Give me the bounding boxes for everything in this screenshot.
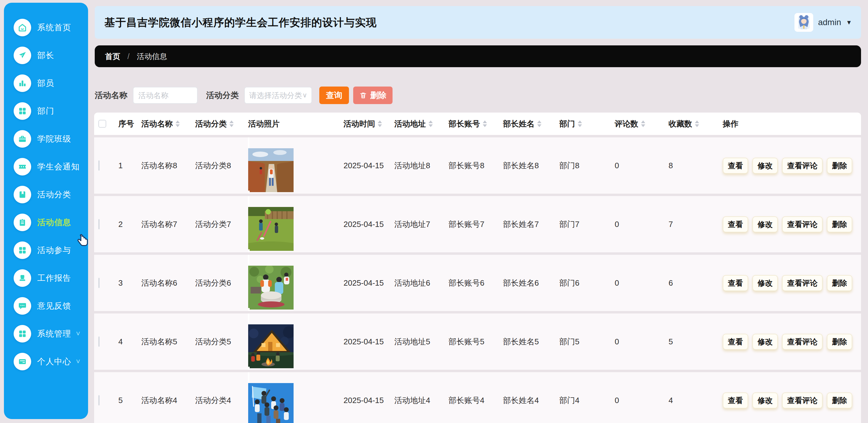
- col-favorites: 收藏数: [669, 119, 692, 129]
- col-activity-photo: 活动照片: [248, 119, 280, 129]
- edit-button[interactable]: 修改: [752, 158, 778, 174]
- activity-photo[interactable]: [248, 207, 343, 251]
- sidebar-item-member[interactable]: 部员: [4, 69, 88, 97]
- filter-bar: 活动名称 活动分类 请选择活动分类 ∨ 查询 删除: [95, 86, 861, 104]
- sidebar-item-label: 意见反馈: [37, 300, 71, 311]
- activity-name-input[interactable]: [133, 87, 198, 104]
- cell-activity-address: 活动地址4: [394, 395, 448, 406]
- activity-photo[interactable]: [248, 148, 343, 192]
- sort-icon[interactable]: [429, 121, 433, 127]
- activity-info-admin-page: { "header": { "title": "基于昌吉学院微信小程序的学生会工…: [0, 0, 868, 423]
- edit-button[interactable]: 修改: [752, 334, 778, 350]
- chevron-down-icon[interactable]: ˅: [76, 357, 80, 366]
- sidebar-item-feedback[interactable]: 意见反馈: [4, 292, 88, 320]
- view-button[interactable]: 查看: [723, 216, 748, 232]
- cell-activity-name: 活动名称6: [141, 278, 195, 288]
- sidebar-item-minister[interactable]: 部长: [4, 41, 88, 69]
- edit-button[interactable]: 修改: [752, 275, 778, 291]
- sidebar-item-label: 活动参与: [37, 245, 71, 256]
- sidebar-item-department[interactable]: 部门: [4, 97, 88, 125]
- sidebar-item-personal-center[interactable]: 个人中心 ˅: [4, 348, 88, 376]
- activity-name-label: 活动名称: [95, 90, 127, 101]
- sort-icon[interactable]: [378, 121, 382, 127]
- view-comments-button[interactable]: 查看评论: [782, 216, 823, 232]
- sidebar-item-activity-participation[interactable]: 活动参与: [4, 236, 88, 264]
- cell-index: 1: [118, 161, 141, 170]
- activity-category-select[interactable]: 请选择活动分类 ∨: [244, 87, 312, 104]
- sidebar-item-label: 部门: [37, 106, 54, 117]
- select-all-checkbox[interactable]: [98, 120, 106, 128]
- view-button[interactable]: 查看: [723, 275, 748, 291]
- sort-icon[interactable]: [641, 121, 645, 127]
- view-button[interactable]: 查看: [723, 392, 748, 409]
- cell-leader-account: 部长账号7: [448, 219, 503, 230]
- sort-icon[interactable]: [578, 121, 582, 127]
- sidebar-item-system-home[interactable]: 系统首页: [4, 13, 88, 41]
- sidebar-item-activity-category[interactable]: 活动分类: [4, 181, 88, 208]
- book-icon: [13, 186, 31, 203]
- edit-button[interactable]: 修改: [752, 216, 778, 232]
- activity-photo[interactable]: [248, 324, 343, 368]
- col-actions: 操作: [723, 119, 739, 129]
- delete-button[interactable]: 删除: [827, 158, 852, 174]
- breadcrumb-separator: /: [127, 52, 129, 61]
- row-checkbox[interactable]: [98, 278, 100, 288]
- cell-favorites: 5: [669, 337, 723, 347]
- cell-activity-time: 2025-04-15: [343, 337, 394, 347]
- view-comments-button[interactable]: 查看评论: [782, 158, 823, 174]
- view-comments-button[interactable]: 查看评论: [782, 334, 823, 350]
- delete-button[interactable]: 删除: [827, 334, 852, 350]
- search-button[interactable]: 查询: [319, 87, 349, 104]
- view-button[interactable]: 查看: [723, 158, 748, 174]
- sort-icon[interactable]: [229, 121, 234, 127]
- table-row: 4 活动名称5 活动分类5 2025-04-15 活动地址5: [94, 314, 861, 370]
- cell-leader-account: 部长账号5: [448, 336, 503, 347]
- cell-activity-time: 2025-04-15: [343, 396, 394, 405]
- breadcrumb: 首页 / 活动信息: [95, 45, 861, 67]
- table-header-row: 序号 活动名称 活动分类 活动照片 活动时间 活动地址 部长账号 部长姓名 部门…: [94, 112, 861, 135]
- chevron-down-icon[interactable]: ˅: [76, 329, 80, 338]
- page-title: 基于昌吉学院微信小程序的学生会工作安排的设计与实现: [104, 15, 377, 30]
- row-checkbox[interactable]: [98, 160, 100, 171]
- sort-icon[interactable]: [176, 121, 180, 127]
- delete-button[interactable]: 删除: [827, 275, 852, 291]
- delete-button[interactable]: 删除: [827, 392, 852, 409]
- row-checkbox[interactable]: [98, 395, 100, 405]
- top-header: 基于昌吉学院微信小程序的学生会工作安排的设计与实现 admin ▼: [95, 6, 861, 39]
- cell-activity-address: 活动地址5: [394, 336, 448, 347]
- cell-activity-time: 2025-04-15: [343, 161, 394, 170]
- sort-icon[interactable]: [695, 121, 699, 127]
- clipboard-icon: [13, 214, 31, 231]
- row-checkbox[interactable]: [98, 219, 100, 229]
- table-row: 1 活动名称8 活动分类8 2025-04-15 活动地址8 部长账号8 部长姓…: [94, 137, 861, 194]
- sidebar-item-system-management[interactable]: 系统管理 ˅: [4, 320, 88, 348]
- col-department: 部门: [559, 119, 575, 129]
- chat-icon: [13, 297, 31, 315]
- sidebar-item-union-notice[interactable]: 学生会通知: [4, 153, 88, 181]
- bulk-delete-button[interactable]: 删除: [353, 87, 393, 104]
- sidebar-item-work-report[interactable]: 工作报告: [4, 264, 88, 292]
- activity-photo[interactable]: [248, 383, 343, 423]
- sidebar-item-college-class[interactable]: 学院班级: [4, 125, 88, 153]
- cell-activity-address: 活动地址7: [394, 219, 448, 230]
- sort-icon[interactable]: [537, 121, 541, 127]
- cell-activity-name: 活动名称5: [141, 336, 195, 347]
- user-menu[interactable]: admin ▼: [795, 13, 852, 32]
- home-icon: [13, 19, 31, 36]
- sort-icon[interactable]: [483, 121, 487, 127]
- cell-activity-address: 活动地址8: [394, 160, 448, 171]
- sidebar-item-activity-info[interactable]: 活动信息: [4, 208, 88, 236]
- view-button[interactable]: 查看: [723, 334, 748, 350]
- cell-activity-category: 活动分类4: [195, 395, 248, 406]
- row-checkbox[interactable]: [98, 336, 100, 347]
- sidebar-item-label: 个人中心: [37, 356, 71, 367]
- cell-favorites: 8: [669, 161, 723, 170]
- activity-photo[interactable]: [248, 266, 343, 310]
- view-comments-button[interactable]: 查看评论: [782, 392, 823, 409]
- grid-icon: [13, 102, 31, 120]
- cell-comments: 0: [615, 396, 669, 405]
- delete-button[interactable]: 删除: [827, 216, 852, 232]
- breadcrumb-home-link[interactable]: 首页: [105, 52, 120, 61]
- edit-button[interactable]: 修改: [752, 392, 778, 409]
- view-comments-button[interactable]: 查看评论: [782, 275, 823, 291]
